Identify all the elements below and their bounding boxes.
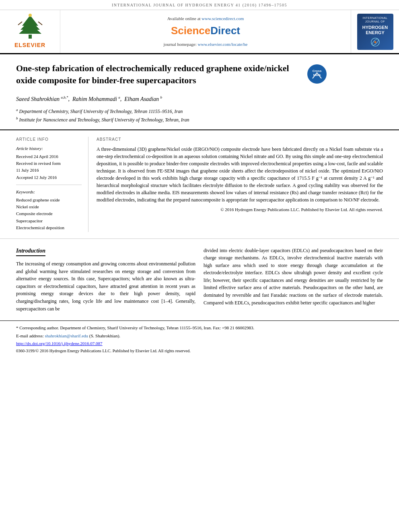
abstract-copyright: © 2016 Hydrogen Energy Publications LLC.… [97, 207, 383, 213]
elsevier-logo-section: ELSEVIER [0, 10, 60, 53]
hydrogen-atom-icon [369, 37, 381, 47]
article-info-panel: ARTICLE INFO Article history: Received 2… [16, 137, 88, 232]
abstract-section: ABSTRACT A three-dimensional (3D) graphe… [97, 137, 383, 232]
svg-point-4 [29, 14, 32, 17]
received-revised-label: Received in revised form [16, 160, 82, 166]
author-2: Rahim Mohammadi a [72, 96, 120, 102]
svg-line-6 [38, 22, 42, 25]
affiliation-2: b Institute for Nanoscience and Technolo… [16, 116, 383, 123]
doi-line: http://dx.doi.org/10.1016/j.ijhydene.201… [16, 341, 383, 347]
journal-banner: INTERNATIONAL JOURNAL OF HYDROGEN ENERGY… [0, 0, 399, 10]
keyword-3: Composite electrode [16, 211, 82, 217]
journal-badge-line3: ENERGY [366, 30, 384, 35]
svg-point-9 [374, 41, 376, 43]
journal-badge: International Journal of HYDROGEN ENERGY [357, 14, 393, 50]
doi-link[interactable]: http://dx.doi.org/10.1016/j.ijhydene.201… [16, 341, 103, 346]
journal-badge-line1: International Journal of [360, 16, 391, 23]
authors-section: Saeed Shahrokhian a,b,*, Rahim Mohammadi… [16, 95, 383, 103]
received-revised-date: 11 July 2016 [16, 167, 82, 173]
abstract-text: A three-dimensional (3D) graphene/Nickel… [97, 146, 383, 203]
info-divider [16, 185, 82, 185]
article-title: One-step fabrication of electrochemicall… [16, 62, 302, 86]
accepted-date: Accepted 12 July 2016 [16, 175, 82, 181]
elsevier-tree-icon [14, 14, 46, 40]
intro-text-right: divided into electric double-layer capac… [204, 247, 383, 307]
keyword-5: Electrochemical deposition [16, 225, 82, 231]
svg-text:Cross: Cross [313, 69, 322, 73]
title-section: One-step fabrication of electrochemicall… [0, 54, 399, 130]
intro-right-column: divided into electric double-layer capac… [204, 247, 383, 313]
sciencedirect-section: Available online at www.sciencedirect.co… [60, 10, 351, 53]
elsevier-brand: ELSEVIER [14, 41, 45, 49]
email-line: E-mail address: shahrokhian@sharif.edu (… [16, 333, 383, 339]
crossmark-icon: Cross Mark [307, 64, 327, 84]
keyword-2: Nickel oxide [16, 204, 82, 210]
article-history-heading: Article history: [16, 146, 82, 152]
intro-left-column: Introduction The increasing of energy co… [16, 247, 195, 313]
journal-badge-section: International Journal of HYDROGEN ENERGY [351, 10, 399, 53]
sciencedirect-url[interactable]: www.sciencedirect.com [202, 16, 244, 21]
journal-header: ELSEVIER Available online at www.science… [0, 10, 399, 54]
keyword-1: Reduced graphene oxide [16, 197, 82, 203]
corresponding-author-note: * Corresponding author. Department of Ch… [16, 325, 383, 331]
journal-homepage-text: journal homepage: www.elsevier.com/locat… [164, 41, 248, 47]
banner-text: INTERNATIONAL JOURNAL OF HYDROGEN ENERGY… [112, 3, 287, 7]
svg-line-5 [18, 22, 22, 25]
footnotes-section: * Corresponding author. Department of Ch… [0, 320, 399, 358]
email-link[interactable]: shahrokhian@sharif.edu [45, 333, 88, 338]
journal-homepage-url[interactable]: www.elsevier.com/locate/he [198, 42, 248, 47]
keyword-4: Supercapacitor [16, 218, 82, 224]
intro-text-left: The increasing of energy consumption and… [16, 260, 195, 312]
affiliations-section: a Department of Chemistry, Sharif Univer… [16, 107, 383, 124]
issn-line: 0360-3199/© 2016 Hydrogen Energy Publica… [16, 348, 383, 354]
introduction-heading: Introduction [16, 247, 45, 257]
sciencedirect-logo: ScienceDirect [171, 23, 240, 38]
introduction-section: Introduction The increasing of energy co… [0, 239, 399, 321]
article-info-abstract-section: ARTICLE INFO Article history: Received 2… [0, 130, 399, 238]
keywords-heading: Keywords: [16, 189, 82, 195]
svg-rect-0 [29, 35, 32, 39]
abstract-label: ABSTRACT [97, 137, 383, 142]
article-info-label: ARTICLE INFO [16, 137, 82, 142]
affiliation-1: a Department of Chemistry, Sharif Univer… [16, 107, 383, 115]
author-3: Elham Asadian b [124, 96, 162, 102]
received-date: Received 24 April 2016 [16, 154, 82, 160]
journal-badge-line2: HYDROGEN [362, 25, 388, 30]
available-online-text: Available online at www.sciencedirect.co… [167, 16, 244, 22]
author-1: Saeed Shahrokhian a,b,* [16, 96, 68, 102]
